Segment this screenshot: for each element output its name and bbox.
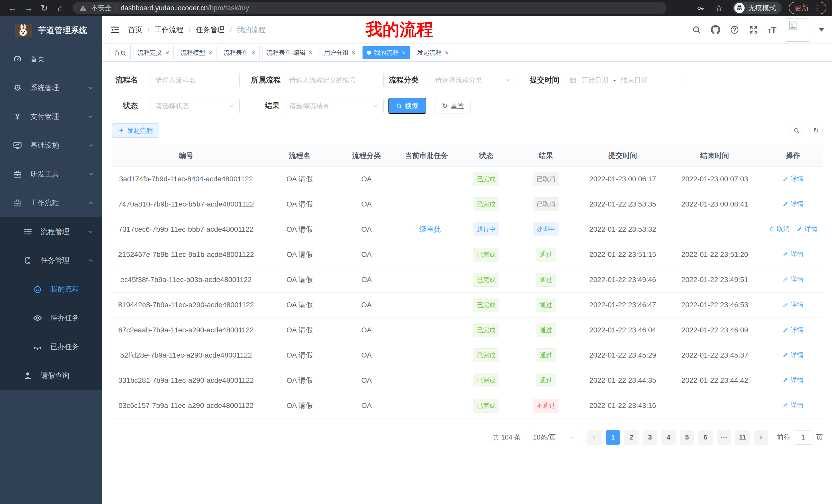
create-process-button[interactable]: 发起流程	[112, 123, 159, 138]
browser-back-icon[interactable]: ←	[6, 2, 19, 14]
cell-submit-time: 2022-01-22 23:49:46	[579, 267, 667, 292]
detail-link[interactable]: 详情	[782, 275, 803, 284]
tab-my-process[interactable]: 我的流程×	[363, 46, 410, 59]
detail-link[interactable]: 详情	[782, 401, 803, 410]
cancel-link[interactable]: 取消	[769, 225, 789, 233]
select-placeholder: 请选择状态	[156, 102, 189, 110]
detail-link[interactable]: 详情	[782, 200, 803, 208]
result-badge: 通过	[536, 373, 556, 387]
prev-page-button[interactable]	[587, 430, 602, 445]
create-process-label: 发起流程	[127, 127, 153, 135]
breadcrumb-item[interactable]: 首页	[128, 25, 142, 35]
help-question-icon[interactable]	[730, 25, 739, 35]
page-size-select[interactable]: 10条/页	[529, 430, 579, 445]
refresh-table-button[interactable]: ↻	[809, 124, 823, 137]
address-bar[interactable]: 不安全 dashboard.yudao.iocoder.cn/bpm/task/…	[73, 2, 667, 14]
submit-time-daterange-picker[interactable]: 开始日期 - 结束日期	[564, 72, 683, 88]
page-button[interactable]: 6	[698, 430, 713, 445]
tab-process-form[interactable]: 流程表单×	[219, 46, 259, 59]
detail-link[interactable]: 详情	[782, 174, 803, 183]
detail-link[interactable]: 详情	[782, 326, 803, 334]
status-badge: 已完成	[473, 373, 499, 387]
github-icon[interactable]	[711, 25, 721, 35]
cell-process-name: OA 请假	[260, 217, 340, 242]
sidebar-item-todo-tasks[interactable]: 待办任务	[0, 304, 102, 332]
tab-user-group[interactable]: 用户分组×	[319, 46, 360, 59]
sidebar-item-done-tasks[interactable]: 已办任务	[0, 332, 102, 361]
tab-label: 流程定义	[137, 49, 162, 57]
detail-link[interactable]: 详情	[782, 250, 803, 258]
sidebar-item-process-mgmt[interactable]: 流程管理	[0, 217, 102, 246]
breadcrumb-item[interactable]: 工作流程	[155, 25, 184, 35]
page-button[interactable]: 5	[680, 430, 694, 445]
page-button[interactable]: 4	[661, 430, 676, 445]
toggle-search-button[interactable]	[790, 124, 803, 137]
result-badge: 通过	[536, 348, 556, 362]
chrome-update-button[interactable]: 更新 ⋮	[789, 2, 826, 14]
detail-link[interactable]: 详情	[782, 376, 803, 384]
close-tab-icon[interactable]: ×	[208, 49, 212, 56]
sidebar-item-label: 待办任务	[50, 313, 79, 323]
process-definition-input[interactable]	[284, 72, 384, 88]
close-tab-icon[interactable]: ×	[165, 49, 169, 56]
next-page-button[interactable]	[754, 430, 768, 445]
close-tab-icon[interactable]: ×	[251, 49, 255, 56]
avatar[interactable]	[786, 18, 809, 41]
close-tab-icon[interactable]: ×	[402, 49, 406, 56]
toolbox-icon	[12, 169, 23, 179]
tab-home[interactable]: 首页	[109, 46, 131, 59]
reset-button[interactable]: ↻ 重置	[436, 98, 470, 114]
browser-home-icon[interactable]: ⌂	[53, 2, 67, 14]
sidebar-item-dev-tools[interactable]: 研发工具	[0, 160, 102, 189]
password-key-icon[interactable]	[696, 4, 705, 12]
sidebar-item-home[interactable]: 首页	[0, 45, 102, 74]
bookmark-star-icon[interactable]: ☆	[712, 2, 726, 14]
cell-process-name: OA 请假	[260, 292, 340, 317]
fullscreen-icon[interactable]	[749, 25, 758, 35]
search-button[interactable]: 搜索	[388, 98, 426, 114]
tab-process-model[interactable]: 流程模型×	[176, 46, 216, 59]
close-tab-icon[interactable]: ×	[445, 49, 449, 56]
goto-page-input[interactable]	[794, 430, 812, 445]
browser-reload-icon[interactable]: ↻	[37, 2, 51, 14]
page-ellipsis[interactable]: ···	[717, 430, 731, 445]
sidebar-item-leave-query[interactable]: 请假查询	[0, 361, 102, 390]
status-select[interactable]: 请选择状态	[150, 97, 240, 114]
breadcrumb-item[interactable]: 任务管理	[196, 25, 225, 35]
sidebar-item-task-mgmt[interactable]: 任务管理	[0, 246, 102, 275]
sidebar-toggle-icon[interactable]	[109, 24, 120, 35]
detail-link[interactable]: 详情	[782, 300, 803, 309]
process-name-input[interactable]	[150, 72, 240, 88]
sidebar-item-payment[interactable]: ¥支付管理	[0, 102, 102, 131]
kebab-menu-icon[interactable]: ⋮	[813, 4, 821, 12]
avatar-caret-down-icon[interactable]	[818, 28, 824, 32]
close-tab-icon[interactable]: ×	[352, 49, 356, 56]
page-button[interactable]: 11	[735, 430, 750, 445]
page-button[interactable]: 1	[606, 430, 620, 445]
current-task-link[interactable]: 一级审批	[412, 225, 441, 233]
sidebar-item-label: 流程管理	[41, 227, 70, 236]
cell-status: 已完成	[460, 343, 513, 368]
font-size-icon[interactable]: TT	[768, 25, 777, 35]
action-label: 详情	[790, 351, 803, 359]
result-select[interactable]: 请选择流结果	[284, 97, 384, 114]
status-badge: 进行中	[473, 222, 499, 236]
tab-process-definition[interactable]: 流程定义×	[133, 46, 174, 59]
detail-link[interactable]: 详情	[782, 351, 803, 359]
header-search-icon[interactable]	[692, 25, 701, 35]
tab-start-process[interactable]: 发起流程×	[413, 46, 453, 59]
close-tab-icon[interactable]: ×	[309, 49, 313, 56]
process-category-select[interactable]: 请选择流程分类	[430, 72, 516, 88]
page-button[interactable]: 3	[643, 430, 657, 445]
sidebar-item-my-process[interactable]: 我的流程	[0, 275, 102, 304]
sidebar-item-infrastructure[interactable]: 基础设施	[0, 131, 102, 160]
flow-icon	[22, 256, 33, 265]
browser-forward-icon[interactable]: →	[22, 2, 35, 14]
detail-link[interactable]: 详情	[796, 225, 817, 233]
tab-process-form-edit[interactable]: 流程表单-编辑×	[262, 46, 317, 59]
page-button[interactable]: 2	[624, 430, 639, 445]
app-logo-row[interactable]: 芋道管理系统	[0, 16, 102, 45]
sidebar-item-system[interactable]: ⚙系统管理	[0, 74, 102, 102]
cell-category: OA	[339, 242, 393, 267]
sidebar-item-workflow[interactable]: 工作流程	[0, 189, 102, 217]
